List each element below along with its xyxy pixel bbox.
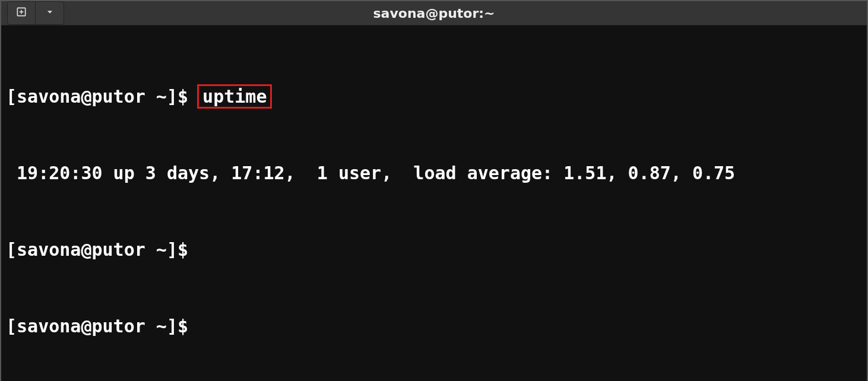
chevron-down-icon bbox=[44, 6, 56, 20]
new-tab-button[interactable] bbox=[7, 1, 36, 25]
toolbar-buttons bbox=[7, 1, 64, 25]
prompt-line: [savona@putor ~]$ bbox=[6, 313, 862, 339]
window-title: savona@putor:~ bbox=[373, 6, 495, 21]
output-line: 19:20:30 up 3 days, 17:12, 1 user, load … bbox=[6, 160, 862, 186]
prompt: [savona@putor ~]$ bbox=[6, 86, 199, 107]
prompt-line: [savona@putor ~]$ bbox=[6, 237, 862, 262]
command-highlight: uptime bbox=[197, 84, 272, 109]
prompt: [savona@putor ~]$ bbox=[6, 316, 199, 336]
prompt-line: [savona@putor ~]$ uptime bbox=[6, 84, 862, 109]
titlebar: savona@putor:~ bbox=[1, 1, 867, 26]
terminal-window: savona@putor:~ [savona@putor ~]$ uptime … bbox=[0, 0, 868, 381]
prompt: [savona@putor ~]$ bbox=[6, 239, 199, 260]
terminal-body[interactable]: [savona@putor ~]$ uptime 19:20:30 up 3 d… bbox=[1, 26, 867, 381]
new-tab-icon bbox=[15, 6, 27, 20]
menu-dropdown-button[interactable] bbox=[36, 1, 64, 25]
